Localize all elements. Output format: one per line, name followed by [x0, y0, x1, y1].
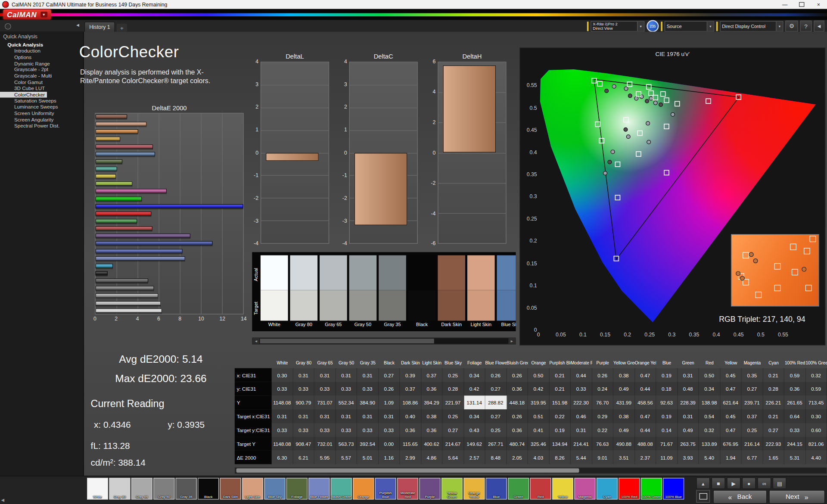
measured-point — [624, 87, 628, 90]
palette-swatch-blue-sky[interactable]: Blue Sky — [264, 478, 285, 499]
cie-y-tick-label: 0.45 — [521, 127, 537, 133]
sidebar-item-screen-angularity[interactable]: Screen Angularity — [0, 116, 83, 122]
sidebar-item-3d-cube-lut[interactable]: 3D Cube LUT — [0, 85, 83, 91]
table-cell: 133.89 — [699, 437, 720, 451]
panel-collapse-button[interactable]: ◀ — [814, 21, 824, 32]
help-button[interactable]: ? — [800, 21, 812, 32]
next-button[interactable]: Next » — [769, 490, 825, 504]
source-dropdown[interactable]: Source ▼ — [665, 21, 714, 31]
patch-label: Light Skin — [467, 320, 495, 329]
sidebar-item-luminance-sweeps[interactable]: Luminance Sweeps — [0, 104, 83, 110]
palette-swatch-blue[interactable]: Blue — [486, 478, 507, 499]
loop-button[interactable]: ∞ — [757, 477, 771, 489]
toolbar-right: X-Rite i1Pro 2Direct View ▼ 235 Source ▼… — [587, 21, 824, 31]
table-scrollbar[interactable] — [235, 467, 827, 474]
palette-swatch-yellow[interactable]: Yellow — [552, 478, 573, 499]
display-control-dropdown[interactable]: Direct Display Control ▼ — [720, 21, 783, 31]
sidebar-item-saturation-sweeps[interactable]: Saturation Sweeps — [0, 98, 83, 104]
sidebar-collapse-button[interactable]: ◄ — [75, 23, 80, 28]
palette-swatch-cyan[interactable]: Cyan — [597, 478, 618, 499]
column-header-orange-yellow: Orange Yellow — [635, 360, 656, 368]
table-cell: 563.73 — [336, 437, 357, 451]
palette-swatch-magenta[interactable]: Magenta — [574, 478, 595, 499]
table-cell: 0.38 — [613, 409, 635, 423]
palette-swatch-dark-skin[interactable]: Dark Skin — [220, 478, 241, 499]
column-header-green: Green — [678, 360, 699, 368]
table-scrollbar-thumb[interactable] — [236, 468, 579, 473]
palette-swatch-white[interactable]: White — [87, 478, 108, 499]
display-control-accent — [716, 22, 718, 31]
deltal-chart-title: DeltaL — [261, 53, 329, 60]
palette-swatch-yellow-green[interactable]: Yellow Green — [441, 478, 463, 499]
tab-history-1[interactable]: History 1 — [84, 22, 115, 32]
settings-button[interactable]: ⚙ — [785, 21, 798, 32]
palette-swatch-gray-65[interactable]: Gray 65 — [131, 478, 152, 499]
palette-swatch-bluish-green[interactable]: Bluish Green — [331, 478, 352, 499]
scroll-right-icon[interactable]: ► — [508, 338, 515, 344]
sidebar-item-grayscale-multi[interactable]: Grayscale - Multi — [0, 73, 83, 79]
table-cell: 138.98 — [699, 395, 720, 409]
meter-dropdown[interactable]: X-Rite i1Pro 2Direct View ▼ — [591, 21, 644, 31]
eject-button[interactable]: ▴ — [696, 477, 710, 489]
palette-swatch-purple[interactable]: Purple — [419, 478, 440, 499]
palette-swatch-label: 100% Blue — [663, 495, 684, 499]
y-tick-label: 2 — [248, 104, 258, 110]
palette-swatch-light-skin[interactable]: Light Skin — [242, 478, 263, 499]
palette-swatch-foliage[interactable]: Foliage — [286, 478, 308, 499]
calman-logo-button[interactable]: CalMAN ▼ — [3, 9, 51, 19]
table-cell: 392.54 — [357, 437, 379, 451]
sidebar-item-colorchecker[interactable]: ColorChecker — [0, 92, 47, 98]
deltae-bar-bluish-green — [96, 167, 243, 171]
sidebar-item-spectral-power-dist[interactable]: Spectral Power Dist. — [0, 123, 83, 129]
cie-y-tick-label: 0.1 — [521, 283, 537, 288]
list-button[interactable]: ▤ — [773, 477, 787, 489]
palette-swatch-label: Purple — [420, 495, 440, 499]
close-button[interactable]: × — [810, 0, 827, 9]
meter-count-badge[interactable]: 235 — [647, 20, 659, 32]
sidebar-item-introduction[interactable]: Introduction — [0, 48, 83, 54]
palette-swatch-orange[interactable]: Orange — [353, 478, 374, 499]
patch-strip-scrollbar[interactable]: ◄ ► — [252, 338, 516, 345]
palette-swatch-gray-50[interactable]: Gray 50 — [153, 478, 174, 499]
sidebar-item-grayscale-2pt[interactable]: Grayscale - 2pt — [0, 67, 83, 73]
sidebar-item-quick-analysis[interactable]: Quick Analysis — [0, 41, 83, 48]
palette-swatch-100-red[interactable]: 100% Red — [619, 478, 640, 499]
y-tick-label: 3 — [248, 81, 258, 87]
layout-panel-button[interactable] — [696, 490, 710, 503]
palette-swatch-purplish-blue[interactable]: Purplish Blue — [375, 478, 396, 499]
record-button[interactable]: ● — [742, 477, 756, 489]
minimize-button[interactable]: — — [776, 0, 793, 9]
sidebar-item-options[interactable]: Options — [0, 54, 83, 60]
palette-swatch-orange-yellow[interactable]: Orange Yellow — [463, 478, 485, 499]
palette-swatch-green[interactable]: Green — [508, 478, 529, 499]
table-cell: 0.22 — [592, 423, 613, 437]
palette-swatch-100-blue[interactable]: 100% Blue — [663, 478, 684, 499]
scrollbar-thumb[interactable] — [260, 339, 434, 343]
scroll-corner-icon[interactable]: ◀ — [1, 498, 4, 503]
palette-swatch-blue-flower[interactable]: Blue Flower — [308, 478, 330, 499]
back-button[interactable]: « Back — [713, 490, 767, 504]
table-cell: 76.70 — [592, 395, 613, 409]
scroll-left-icon[interactable]: ◄ — [253, 338, 260, 344]
patch-target-swatch — [408, 290, 436, 320]
palette-swatch-100-green[interactable]: 100% Green — [641, 478, 662, 499]
sidebar-item-screen-uniformity[interactable]: Screen Uniformity — [0, 110, 83, 116]
maximize-button[interactable] — [793, 0, 810, 9]
play-button[interactable]: ▶ — [727, 477, 740, 489]
palette-swatch-black[interactable]: Black — [198, 478, 219, 499]
sidebar-item-color-gamut[interactable]: Color Gamut — [0, 79, 83, 85]
table-cell: 0.31 — [571, 423, 592, 437]
cie-x-tick-label: 0.55 — [775, 332, 791, 337]
palette-swatch-gray-80[interactable]: Gray 80 — [109, 478, 130, 499]
palette-swatch-moderate-red[interactable]: Moderate Red — [397, 478, 418, 499]
add-tab-button[interactable]: + — [117, 24, 127, 31]
patch-target-swatch — [349, 290, 377, 320]
palette-swatch-red[interactable]: Red — [530, 478, 551, 499]
palette-swatch-gray-35[interactable]: Gray 35 — [176, 478, 197, 499]
stop-button[interactable]: ■ — [712, 477, 725, 489]
column-header-blue: Blue — [656, 360, 678, 368]
panel-menu-button[interactable] — [5, 23, 11, 30]
table-cell: 0.34 — [464, 409, 485, 423]
table-cell: 0.51 — [528, 409, 550, 423]
sidebar-item-dynamic-range[interactable]: Dynamic Range — [0, 60, 83, 66]
